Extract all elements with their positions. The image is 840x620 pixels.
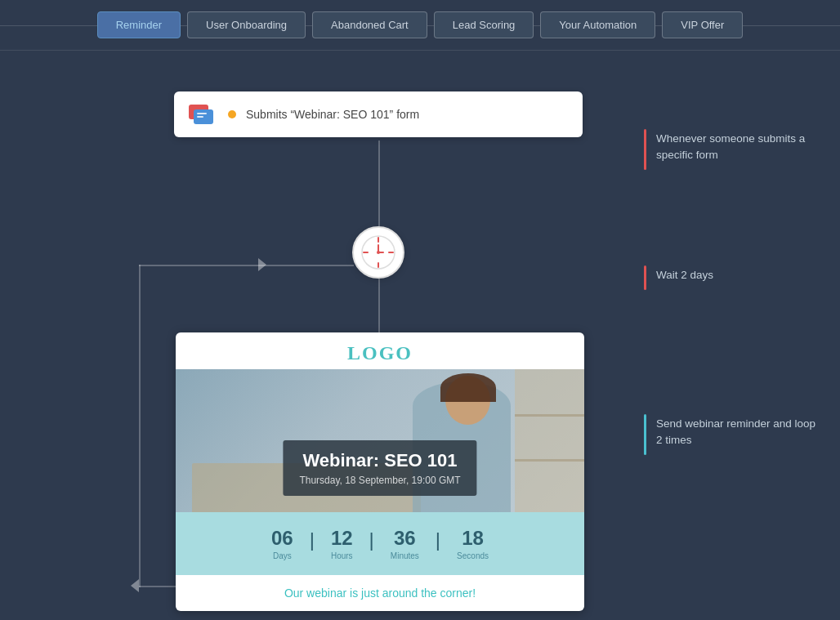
email-hero-subtitle: Thursday, 18 September, 19:00 GMT (299, 475, 460, 486)
trigger-dot (228, 110, 236, 118)
svg-rect-3 (197, 116, 203, 118)
desc-text-wait: Wait 2 days (656, 265, 713, 290)
desc-accent-form (644, 129, 646, 170)
count-hours-num: 12 (331, 527, 353, 550)
clock-node[interactable] (352, 226, 404, 279)
count-days: 06 Days (255, 522, 310, 565)
desc-item-wait: Wait 2 days (644, 252, 824, 303)
email-hero-title: Webinar: SEO 101 (299, 450, 460, 471)
loop-left-line (139, 265, 141, 587)
top-nav: Reminder User Onboarding Abandoned Cart … (0, 0, 840, 51)
count-days-num: 06 (271, 527, 293, 550)
arrow-left-icon (131, 579, 139, 592)
email-logo: LOGO (176, 332, 584, 369)
form-icon (189, 103, 218, 126)
connector-line-1 (378, 141, 380, 230)
loop-top-line (139, 265, 354, 266)
email-hero-image: Webinar: SEO 101 Thursday, 18 September,… (176, 369, 584, 512)
sidebar-descriptions: Whenever someone submits a specific form… (628, 51, 840, 620)
desc-accent-wait (644, 265, 646, 290)
desc-text-send: Send webinar reminder and loop 2 times (656, 414, 824, 455)
trigger-text: Submits “Webinar: SEO 101” form (246, 108, 419, 121)
connector-line-2 (378, 277, 380, 334)
count-days-label: Days (271, 551, 293, 560)
email-footer-text: Our webinar is just around the corner! (176, 575, 584, 611)
count-seconds-label: Seconds (457, 551, 489, 560)
clock-icon (360, 234, 396, 270)
desc-accent-send (644, 414, 646, 455)
tab-vip-offer[interactable]: VIP Offer (662, 11, 743, 38)
email-preview-block[interactable]: LOGO Webinar: SEO 101 Thurs (176, 332, 584, 611)
count-hours: 12 Hours (315, 522, 369, 565)
tab-abandoned-cart[interactable]: Abandoned Cart (312, 11, 427, 38)
svg-rect-2 (197, 113, 207, 114)
arrow-right-icon (258, 258, 266, 271)
countdown-timer: 06 Days | 12 Hours | 36 Minutes | 18 Sec… (176, 512, 584, 575)
desc-item-form: Whenever someone submits a specific form (644, 116, 824, 183)
count-seconds: 18 Seconds (440, 522, 505, 565)
count-minutes-num: 36 (391, 527, 419, 550)
tab-user-onboarding[interactable]: User Onboarding (187, 11, 306, 38)
desc-text-form: Whenever someone submits a specific form (656, 129, 824, 170)
count-minutes-label: Minutes (391, 551, 419, 560)
email-hero-overlay: Webinar: SEO 101 Thursday, 18 September,… (283, 440, 476, 496)
count-minutes: 36 Minutes (374, 522, 436, 565)
workflow-area: Submits “Webinar: SEO 101” form (0, 51, 628, 620)
count-seconds-num: 18 (457, 527, 489, 550)
tab-lead-scoring[interactable]: Lead Scoring (434, 11, 534, 38)
desc-item-send: Send webinar reminder and loop 2 times (644, 401, 824, 468)
svg-point-11 (377, 251, 380, 254)
main-content: Submits “Webinar: SEO 101” form (0, 51, 840, 620)
tab-your-automation[interactable]: Your Automation (540, 11, 655, 38)
tab-reminder[interactable]: Reminder (97, 11, 181, 38)
count-hours-label: Hours (331, 551, 353, 560)
trigger-block[interactable]: Submits “Webinar: SEO 101” form (174, 91, 583, 137)
